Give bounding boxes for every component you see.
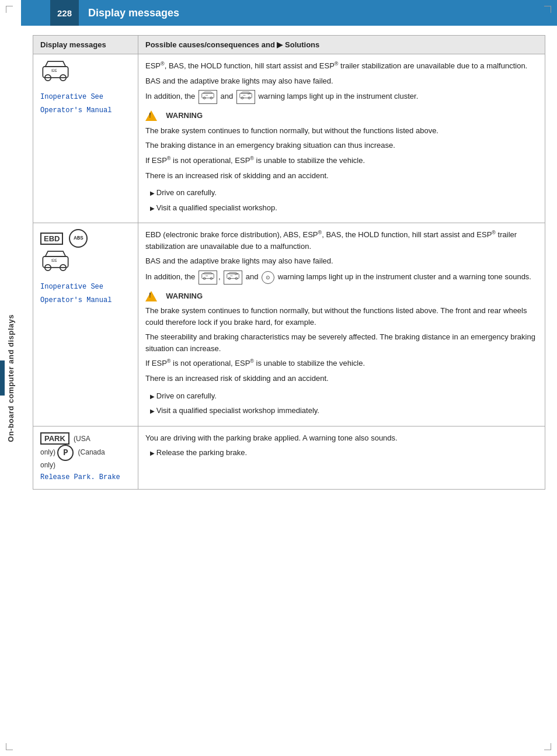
park-icons: PARK (USA only) P (Canada only) [40, 432, 131, 470]
car-off-inline-icon-1: ≤≤OFF [236, 90, 255, 104]
bullet-2-1: Drive on carefully. [145, 390, 538, 402]
side-label: On-board computer and displays [0, 70, 21, 686]
table-row: PARK (USA only) P (Canada only) Release … [33, 426, 545, 489]
bullet-3-1: Release the parking brake. [145, 447, 538, 459]
solutions-cell-2: EBD (electronic brake force distribution… [138, 223, 545, 426]
svg-marker-22 [203, 272, 213, 273]
warning-section-2: WARNING The brake system continues to fu… [145, 290, 538, 384]
table-row: EBD ABS ≤≤ Inoperative See Operator's Ma… [33, 223, 545, 426]
table-row: ≤≤ Inoperative See Operator's Manual ESP… [33, 54, 545, 223]
col-header-solutions: Possible causes/consequences and ▶ Solut… [138, 36, 545, 54]
svg-text:≤≤: ≤≤ [51, 67, 57, 73]
svg-marker-17 [46, 251, 66, 256]
svg-text:OFF: OFF [235, 273, 238, 276]
svg-marker-1 [46, 61, 66, 67]
side-label-text: On-board computer and displays [6, 314, 15, 442]
canada-only-label: (Canada [78, 448, 105, 456]
car-warning-icon: ≤≤ [40, 60, 71, 84]
car-warning-icon-2: ≤≤ [40, 250, 71, 273]
circle-excl-inline-icon: ⊙ [262, 271, 274, 284]
warning-para-2-1: The brake system continues to function n… [145, 305, 538, 328]
park-box-icon: PARK [40, 432, 69, 445]
bullet-2-2: Visit a qualified specialist workshop im… [145, 405, 538, 417]
only-label-2: only) [40, 461, 55, 469]
display-msg-cell-3: PARK (USA only) P (Canada only) Release … [33, 426, 138, 489]
car-inline-icon-2: ≤≤ [199, 271, 217, 285]
warning-para-1-1: The brake system continues to function n… [145, 125, 538, 137]
svg-text:≤≤: ≤≤ [243, 94, 245, 96]
display-msg-cell-1: ≤≤ Inoperative See Operator's Manual [33, 54, 138, 223]
warning-para-1-3: If ESP® is not operational, ESP® is unab… [145, 155, 538, 167]
warning-triangle-icon-1 [145, 110, 157, 121]
solutions-para-2-2: BAS and the adaptive brake lights may al… [145, 255, 538, 267]
solutions-para-1-1: ESP®, BAS, the HOLD function, hill start… [145, 60, 538, 72]
solutions-para-2-1: EBD (electronic brake force distribution… [145, 229, 538, 252]
corner-mark-br [544, 743, 551, 750]
svg-text:OFF: OFF [248, 93, 251, 95]
car-inline-icon-1: ≤≤ [199, 90, 217, 104]
abs-circle-icon: ABS [69, 229, 88, 248]
side-label-bar [0, 360, 5, 396]
page-header: 228 Display messages [21, 0, 557, 26]
corner-mark-bl [6, 743, 13, 750]
ebd-box-icon: EBD [40, 233, 63, 245]
svg-text:≤≤: ≤≤ [206, 275, 208, 277]
svg-text:≤≤: ≤≤ [51, 257, 57, 263]
warning-para-1-2: The braking distance in an emergency bra… [145, 140, 538, 151]
warning-para-1-4: There is an increased risk of skidding a… [145, 170, 538, 182]
page-number: 228 [50, 0, 79, 26]
svg-marker-6 [203, 92, 213, 93]
solutions-para-2-3: In addition, the ≤≤ , ≤≤OFF and ⊙ warnin… [145, 271, 538, 285]
col-header-display: Display messages [33, 36, 138, 54]
display-msg-text-1a: Inoperative See [40, 92, 131, 103]
page-title: Display messages [88, 7, 179, 19]
warning-para-2-4: There is an increased risk of skidding a… [145, 373, 538, 384]
warning-header-2: WARNING [145, 290, 538, 302]
display-msg-cell-2: EBD ABS ≤≤ Inoperative See Operator's Ma… [33, 223, 138, 426]
ebd-abs-icons: EBD ABS [40, 229, 131, 248]
p-circle-icon: P [57, 445, 74, 461]
solutions-cell-3: You are driving with the parking brake a… [138, 426, 545, 489]
corner-mark-tl [6, 6, 13, 13]
car-off-inline-icon-2: ≤≤OFF [224, 271, 242, 285]
solutions-para-1-2: BAS and the adaptive brake lights may al… [145, 75, 538, 87]
only-label: only) [40, 448, 57, 456]
warning-para-2-2: The steerability and braking characteris… [145, 331, 538, 354]
main-content: Display messages Possible causes/consequ… [21, 26, 557, 499]
corner-mark-tr [544, 6, 551, 13]
display-msg-text-2a: Inoperative See [40, 282, 131, 293]
warning-header-1: WARNING [145, 110, 538, 122]
warning-triangle-icon-2 [145, 291, 157, 301]
display-msg-text-1b: Operator's Manual [40, 105, 131, 116]
svg-text:≤≤: ≤≤ [206, 94, 208, 96]
solutions-para-1-3: In addition, the ≤≤ and ≤≤OFF warning la… [145, 90, 538, 104]
solutions-para-3-1: You are driving with the parking brake a… [145, 432, 538, 444]
display-msg-text-3: Release Park. Brake [40, 472, 131, 483]
bullet-1-2: Visit a qualified specialist workshop. [145, 202, 538, 214]
solutions-cell-1: ESP®, BAS, the HOLD function, hill start… [138, 54, 545, 223]
warning-section-1: WARNING The brake system continues to fu… [145, 110, 538, 181]
svg-text:≤≤: ≤≤ [231, 275, 233, 277]
display-msg-text-2b: Operator's Manual [40, 295, 131, 306]
warning-para-2-3: If ESP® is not operational, ESP® is unab… [145, 358, 538, 369]
bullet-1-1: Drive on carefully. [145, 187, 538, 199]
usa-only-label: (USA [74, 435, 90, 443]
info-table: Display messages Possible causes/consequ… [33, 35, 545, 490]
